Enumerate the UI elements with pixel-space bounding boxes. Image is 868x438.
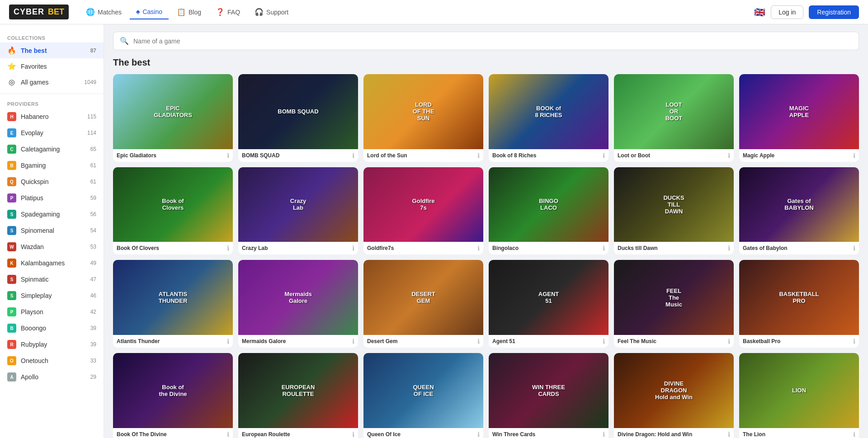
lord-of-sun-info-icon[interactable]: ℹ [477, 152, 480, 159]
game-card-book-of-clovers[interactable]: Book ofClovers Book Of Clovers ℹ [113, 167, 233, 255]
nav-item-support[interactable]: 🎧Support [248, 5, 295, 19]
game-card-goldfire7s[interactable]: Goldfire7s Goldfire7s ℹ [363, 167, 483, 255]
sidebar-item-rubyplay[interactable]: R Rubyplay 39 [0, 336, 104, 353]
sidebar-item-playson[interactable]: P Playson 42 [0, 304, 104, 320]
sidebar-item-all[interactable]: ◎ All games 1049 [0, 74, 104, 90]
game-card-the-lion[interactable]: LION The Lion ℹ [739, 353, 859, 438]
sidebar-item-quickspin[interactable]: Q Quickspin 61 [0, 174, 104, 190]
goldfire7s-info-icon[interactable]: ℹ [477, 245, 480, 252]
game-card-desert-gem[interactable]: DESERTGEM Desert Gem ℹ [363, 260, 483, 348]
magic-apple-name: Magic Apple [743, 152, 774, 159]
game-card-atlantis-thunder[interactable]: ATLANTISTHUNDER Atlantis Thunder ℹ [113, 260, 233, 348]
sidebar-item-spadegaming[interactable]: S Spadegaming 56 [0, 206, 104, 222]
agent-51-info: Agent 51 ℹ [489, 335, 609, 348]
game-card-european-roulette[interactable]: EUROPEANROULETTE European Roulette ℹ [238, 353, 358, 438]
nav-item-blog[interactable]: 📋Blog [170, 5, 208, 19]
crazy-lab-info-icon[interactable]: ℹ [352, 245, 354, 252]
game-card-loot-or-boot[interactable]: LOOTORBOOT Loot or Boot ℹ [614, 74, 734, 162]
atlantis-thunder-info-icon[interactable]: ℹ [227, 338, 229, 345]
goldfire7s-name: Goldfire7s [367, 245, 394, 251]
game-card-queen-of-ice[interactable]: QUEENOF ICE Queen Of Ice ℹ [363, 353, 483, 438]
basketball-pro-info-icon[interactable]: ℹ [853, 338, 855, 345]
sidebar-item-spinmatic[interactable]: S Spinmatic 47 [0, 271, 104, 287]
game-card-divine-dragon[interactable]: DIVINEDRAGONHold and Win Divine Dragon: … [614, 353, 734, 438]
book-of-divine-info-icon[interactable]: ℹ [227, 431, 229, 438]
sidebar-item-platipus[interactable]: P Platipus 59 [0, 190, 104, 206]
game-card-gates-of-babylon[interactable]: Gates ofBABYLON Gates of Babylon ℹ [739, 167, 859, 255]
booongo-count: 39 [90, 325, 96, 331]
european-roulette-info-icon[interactable]: ℹ [352, 431, 354, 438]
logo[interactable]: CYBER BET [9, 5, 69, 19]
register-button[interactable]: Registration [809, 5, 859, 19]
favorites-icon: ⭐ [7, 62, 16, 71]
game-card-book-8-riches[interactable]: BOOK of8 RICHES Book of 8 Riches ℹ [489, 74, 609, 162]
game-card-win-three-cards[interactable]: WIN THREECARDS Win Three Cards ℹ [489, 353, 609, 438]
spinmatic-icon: S [7, 275, 16, 284]
bingolaco-info-icon[interactable]: ℹ [603, 245, 605, 252]
search-input[interactable] [133, 38, 852, 45]
sidebar-item-habanero[interactable]: H Habanero 115 [0, 108, 104, 125]
sidebar-item-evoplay[interactable]: E Evoplay 114 [0, 125, 104, 141]
win-three-cards-info-icon[interactable]: ℹ [603, 431, 605, 438]
nav-item-faq[interactable]: ❓FAQ [209, 5, 246, 19]
mermaids-galore-info-icon[interactable]: ℹ [352, 338, 354, 345]
game-card-bingolaco[interactable]: BINGOLACO Bingolaco ℹ [489, 167, 609, 255]
game-card-magic-apple[interactable]: MAGICAPPLE Magic Apple ℹ [739, 74, 859, 162]
epic-gladiators-name: Epic Gladiators [117, 152, 156, 159]
sidebar: Collections 🔥 The best 87⭐ Favorites ◎ A… [0, 24, 104, 438]
book-8-riches-thumbnail: BOOK of8 RICHES [489, 74, 609, 149]
main-layout: Collections 🔥 The best 87⭐ Favorites ◎ A… [0, 24, 868, 438]
sidebar-item-kalamba[interactable]: K Kalambagames 49 [0, 255, 104, 271]
caletagaming-icon: C [7, 145, 16, 154]
sidebar-item-onetouch[interactable]: O Onetouch 33 [0, 353, 104, 369]
game-card-feel-the-music[interactable]: FEELTheMusic Feel The Music ℹ [614, 260, 734, 348]
spadegaming-icon: S [7, 210, 16, 219]
sidebar-item-wazdan[interactable]: W Wazdan 53 [0, 239, 104, 255]
game-card-epic-gladiators[interactable]: EPICGLADIATORS Epic Gladiators ℹ [113, 74, 233, 162]
gates-of-babylon-info-icon[interactable]: ℹ [853, 245, 855, 252]
evoplay-label: Evoplay [21, 129, 43, 137]
language-flag[interactable]: 🇬🇧 [754, 7, 765, 18]
divine-dragon-info-icon[interactable]: ℹ [728, 431, 730, 438]
sidebar-item-booongo[interactable]: B Booongo 39 [0, 320, 104, 336]
sidebar-item-best[interactable]: 🔥 The best 87 [0, 42, 104, 58]
game-card-book-of-divine[interactable]: Book ofthe Divine Book Of The Divine ℹ [113, 353, 233, 438]
book-of-clovers-thumbnail: Book ofClovers [113, 167, 233, 242]
sidebar-item-spinomenal[interactable]: S Spinomenal 54 [0, 222, 104, 239]
bomb-squad-info-icon[interactable]: ℹ [352, 152, 354, 159]
agent-51-info-icon[interactable]: ℹ [603, 338, 605, 345]
rubyplay-count: 39 [90, 341, 96, 348]
quickspin-count: 61 [90, 179, 96, 185]
sidebar-item-simpleplay[interactable]: S Simpleplay 46 [0, 287, 104, 304]
book-8-riches-info-icon[interactable]: ℹ [603, 152, 605, 159]
agent-51-title-overlay: AGENT51 [489, 260, 609, 335]
book-of-clovers-info-icon[interactable]: ℹ [227, 245, 229, 252]
game-card-basketball-pro[interactable]: BASKETBALLPRO Basketball Pro ℹ [739, 260, 859, 348]
game-card-mermaids-galore[interactable]: MermaidsGalore Mermaids Galore ℹ [238, 260, 358, 348]
game-card-ducks-till-dawn[interactable]: DUCKSTILLDAWN Ducks till Dawn ℹ [614, 167, 734, 255]
sidebar-item-apollo[interactable]: A Apollo 29 [0, 369, 104, 385]
login-button[interactable]: Log in [771, 5, 803, 19]
ducks-till-dawn-info-icon[interactable]: ℹ [728, 245, 730, 252]
sidebar-item-caletagaming[interactable]: C Caletagaming 65 [0, 141, 104, 157]
caletagaming-label: Caletagaming [21, 146, 60, 153]
desert-gem-info-icon[interactable]: ℹ [477, 338, 480, 345]
nav-item-casino[interactable]: ♠Casino [130, 5, 169, 19]
feel-the-music-info-icon[interactable]: ℹ [728, 338, 730, 345]
queen-of-ice-info-icon[interactable]: ℹ [477, 431, 480, 438]
goldfire7s-thumbnail: Goldfire7s [363, 167, 483, 242]
the-lion-info-icon[interactable]: ℹ [853, 431, 855, 438]
epic-gladiators-info-icon[interactable]: ℹ [227, 152, 229, 159]
sidebar-item-bgaming[interactable]: B Bgaming 61 [0, 157, 104, 174]
magic-apple-info-icon[interactable]: ℹ [853, 152, 855, 159]
game-card-lord-of-sun[interactable]: LORDOF THESUN Lord of the Sun ℹ [363, 74, 483, 162]
game-card-bomb-squad[interactable]: BOMB SQUAD BOMB SQUAD ℹ [238, 74, 358, 162]
sidebar-item-favorites[interactable]: ⭐ Favorites [0, 58, 104, 74]
loot-or-boot-info-icon[interactable]: ℹ [728, 152, 730, 159]
book-of-divine-title-overlay: Book ofthe Divine [113, 353, 233, 428]
matches-nav-label: Matches [98, 9, 122, 16]
nav-item-matches[interactable]: 🌐Matches [80, 5, 128, 19]
game-card-agent-51[interactable]: AGENT51 Agent 51 ℹ [489, 260, 609, 348]
game-card-crazy-lab[interactable]: CrazyLab Crazy Lab ℹ [238, 167, 358, 255]
feel-the-music-thumbnail: FEELTheMusic [614, 260, 734, 335]
